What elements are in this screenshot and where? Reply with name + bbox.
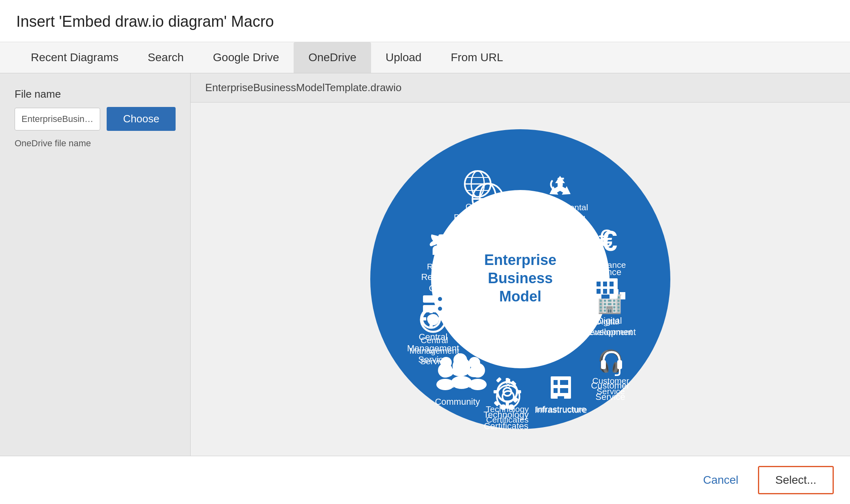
- svg-rect-94: [554, 380, 558, 385]
- tab-recent-diagrams[interactable]: Recent Diagrams: [16, 42, 133, 73]
- svg-rect-97: [554, 388, 558, 393]
- preview-area: Enterprise Business Model Global Partner…: [191, 103, 850, 456]
- tab-search[interactable]: Search: [133, 42, 198, 73]
- svg-rect-71: [601, 360, 606, 369]
- svg-text:Service: Service: [420, 357, 449, 366]
- svg-rect-93: [551, 376, 571, 399]
- diagram-container: Enterprise Business Model Global Partner…: [362, 121, 678, 437]
- file-input[interactable]: [15, 108, 100, 130]
- svg-rect-100: [558, 396, 564, 399]
- svg-text:Digital: Digital: [595, 317, 619, 326]
- svg-text:Central: Central: [421, 335, 448, 345]
- onedrive-label: OneDrive file name: [15, 138, 176, 149]
- svg-text:Group: Group: [429, 283, 453, 293]
- tab-upload[interactable]: Upload: [371, 42, 436, 73]
- content-area: File name Choose OneDrive file name Ente…: [0, 73, 850, 456]
- svg-rect-56: [610, 282, 614, 286]
- svg-rect-58: [603, 289, 607, 294]
- diagram-svg: Enterprise Business Model Global Partner…: [362, 121, 678, 437]
- svg-rect-72: [617, 360, 622, 369]
- tab-from-url[interactable]: From URL: [436, 42, 517, 73]
- svg-rect-54: [597, 282, 601, 286]
- svg-rect-69: [422, 317, 426, 320]
- footer: Cancel Select...: [0, 456, 850, 504]
- svg-text:Enterprise: Enterprise: [484, 252, 556, 268]
- tab-onedrive[interactable]: OneDrive: [294, 42, 371, 73]
- svg-point-76: [469, 357, 480, 368]
- svg-text:€: €: [602, 225, 618, 257]
- svg-text:Development: Development: [582, 327, 632, 337]
- select-button[interactable]: Select...: [758, 466, 834, 494]
- svg-text:Response: Response: [427, 262, 466, 271]
- file-input-row: Choose: [15, 107, 176, 131]
- svg-rect-55: [603, 282, 607, 286]
- dialog: Insert 'Embed draw.io diagram' Macro Rec…: [0, 0, 850, 504]
- svg-text:Business: Business: [488, 270, 553, 286]
- svg-text:Partnerships: Partnerships: [463, 226, 513, 237]
- svg-text:Awareness: Awareness: [535, 226, 579, 236]
- svg-text:Customer: Customer: [592, 376, 629, 385]
- svg-rect-57: [597, 289, 601, 294]
- dialog-title: Insert 'Embed draw.io diagram' Macro: [0, 0, 850, 42]
- svg-text:Finance: Finance: [596, 260, 626, 269]
- preview-filename: EnterpriseBusinessModelTemplate.drawio: [191, 73, 850, 103]
- svg-point-78: [451, 366, 469, 376]
- svg-rect-67: [429, 309, 433, 313]
- svg-text:Group: Group: [434, 272, 458, 282]
- svg-rect-88: [494, 390, 498, 393]
- svg-text:Infrastructure: Infrastructure: [536, 404, 586, 414]
- svg-point-77: [439, 367, 453, 377]
- right-panel: EnterpriseBusinessModelTemplate.drawio E…: [191, 73, 850, 456]
- svg-point-66: [427, 315, 435, 323]
- file-name-label: File name: [15, 88, 176, 100]
- svg-point-79: [467, 367, 482, 377]
- svg-point-64: [438, 307, 442, 311]
- svg-text:Community: Community: [435, 397, 480, 407]
- svg-rect-68: [429, 325, 433, 329]
- svg-rect-99: [564, 388, 568, 393]
- choose-button[interactable]: Choose: [107, 107, 176, 131]
- svg-text:Environmental: Environmental: [534, 203, 588, 212]
- svg-point-62: [438, 297, 442, 301]
- svg-rect-87: [516, 390, 521, 393]
- svg-rect-96: [564, 380, 568, 385]
- svg-rect-70: [438, 317, 442, 320]
- svg-text:Service: Service: [597, 387, 625, 396]
- svg-text:Partnerships: Partnerships: [454, 212, 502, 222]
- svg-rect-59: [610, 289, 614, 294]
- svg-rect-95: [560, 380, 564, 385]
- svg-text:Model: Model: [499, 288, 541, 305]
- svg-rect-98: [560, 388, 564, 393]
- svg-text:Technology: Technology: [486, 404, 529, 414]
- tab-google-drive[interactable]: Google Drive: [198, 42, 294, 73]
- svg-text:Awareness: Awareness: [540, 213, 582, 222]
- svg-text:Certificates: Certificates: [486, 415, 528, 424]
- cancel-button[interactable]: Cancel: [693, 467, 748, 493]
- svg-point-75: [453, 353, 467, 367]
- svg-text:Community: Community: [439, 380, 482, 389]
- svg-text:Global: Global: [466, 202, 490, 211]
- svg-rect-60: [601, 295, 610, 299]
- svg-rect-61: [423, 295, 446, 303]
- svg-rect-85: [506, 378, 509, 383]
- left-panel: File name Choose OneDrive file name: [0, 73, 191, 456]
- svg-text:Management: Management: [410, 346, 459, 355]
- tabs-bar: Recent Diagrams Search Google Drive OneD…: [0, 42, 850, 73]
